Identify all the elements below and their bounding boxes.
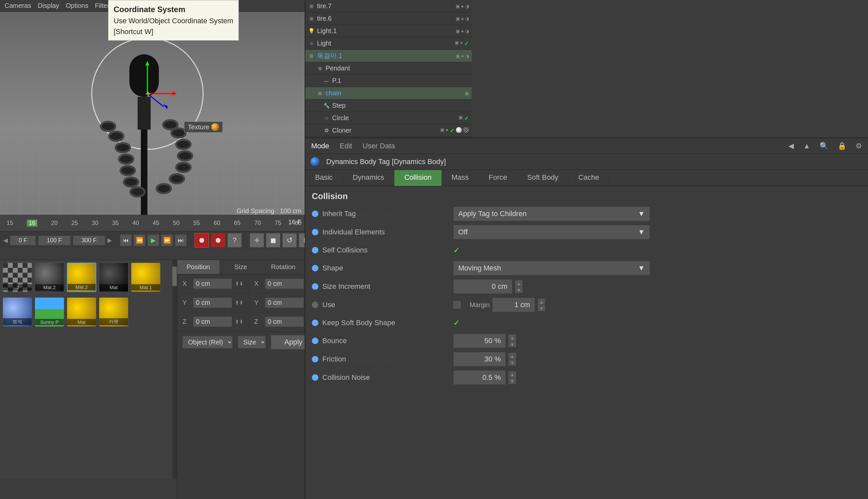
pos-x-spinner[interactable]: ⬆⬇ (235, 281, 243, 287)
search-btn[interactable]: 🔍 (817, 141, 831, 151)
tab-dynamics[interactable]: Dynamics (343, 170, 395, 186)
material-scrollbar[interactable] (172, 260, 177, 478)
tree-item-step[interactable]: 🔧 Step (305, 99, 472, 112)
pos-z-input[interactable] (193, 316, 232, 327)
self-collisions-check[interactable]: ✓ (453, 246, 460, 254)
material-label-8: 카펫 (99, 318, 128, 325)
tree-item-light[interactable]: ○ Light ▣ ● ✓ (305, 37, 472, 50)
key-btn[interactable]: ✛ (250, 233, 264, 247)
pos-header-size[interactable]: Size (220, 260, 262, 274)
display-menu[interactable]: Display (38, 2, 59, 10)
tooltip-line1: Use World/Object Coordinate System (114, 15, 233, 26)
record2-btn[interactable]: ⏺ (211, 233, 225, 247)
back-btn[interactable]: ◀ (786, 141, 797, 151)
cameras-menu[interactable]: Cameras (4, 2, 31, 10)
transport-bar: ◀ ▶ ⏮ ⏪ ▶ ⏩ ⏭ ⏺ ⏺ ? ✛ ◼ ↺ P ⠿ 🎞 (0, 231, 305, 249)
collision-noise-up[interactable]: ▲ (508, 371, 516, 378)
mode-btn[interactable]: Mode (309, 141, 332, 151)
fwd-btn[interactable]: ▲ (800, 141, 813, 151)
end-frame-input[interactable] (38, 235, 71, 246)
tab-soft-body[interactable]: Soft Body (517, 170, 568, 186)
material-selected[interactable]: Mat.2 (67, 263, 96, 292)
pos-z-spinner[interactable]: ⬆⬇ (235, 319, 243, 325)
friction-up[interactable]: ▲ (508, 353, 516, 359)
individual-elements-dropdown[interactable]: Off ▼ (453, 225, 650, 239)
step-back-btn[interactable]: ⏪ (134, 234, 145, 246)
coord-system-dropdown[interactable]: Object (Rel) (182, 336, 232, 349)
current-frame-input[interactable] (73, 235, 106, 246)
friction-down[interactable]: ▼ (508, 359, 516, 366)
pos-y-input[interactable] (193, 297, 232, 308)
use-checkbox[interactable] (453, 301, 460, 308)
material-gold[interactable]: Mat.1 (131, 263, 160, 292)
material-gold2[interactable]: Mat (67, 297, 96, 327)
refresh-btn[interactable]: ↺ (282, 233, 297, 247)
material-dark[interactable]: Mat.2 (35, 263, 64, 292)
margin-down[interactable]: ▼ (538, 305, 545, 312)
goto-start-btn[interactable]: ⏮ (120, 234, 132, 246)
size-increment-up[interactable]: ▲ (515, 280, 523, 287)
material-black[interactable]: Mat (99, 263, 129, 292)
bounce-input[interactable] (453, 334, 506, 348)
pos-header-rotation[interactable]: Rotation (262, 260, 305, 274)
options-menu[interactable]: Options (66, 2, 88, 10)
tree-item-tire7[interactable]: ⊞ tire.7 ▣ ● ◑ (305, 0, 472, 12)
size-increment-down[interactable]: ▼ (515, 287, 523, 293)
material-gem[interactable]: 보석 (3, 297, 32, 327)
step-fwd-btn[interactable]: ⏩ (161, 234, 173, 246)
collision-noise-down[interactable]: ▼ (508, 378, 516, 384)
goto-end-btn[interactable]: ⏭ (175, 234, 187, 246)
size-increment-input[interactable] (453, 279, 512, 294)
tab-collision[interactable]: Collision (394, 170, 442, 186)
pos-y-spinner[interactable]: ⬆⬇ (235, 300, 243, 306)
tree-name-p1: P.1 (332, 77, 469, 84)
filter-menu[interactable]: Filter (95, 2, 109, 10)
margin-up[interactable]: ▲ (538, 298, 545, 305)
inherit-tag-value: Apply Tag to Children ▼ (453, 207, 650, 221)
keep-soft-body-check[interactable]: ✓ (453, 318, 460, 327)
inherit-tag-dropdown[interactable]: Apply Tag to Children ▼ (453, 207, 650, 221)
question-btn[interactable]: ? (227, 233, 242, 247)
user-data-btn[interactable]: User Data (360, 141, 398, 151)
bounce-up[interactable]: ▲ (508, 334, 516, 341)
tree-item-cloner[interactable]: ⚙ Cloner ▣ ● ✓ (305, 124, 472, 137)
tab-cache[interactable]: Cache (569, 170, 610, 186)
collision-noise-input[interactable] (453, 370, 506, 385)
friction-input[interactable] (453, 352, 506, 366)
size-dropdown[interactable]: Size (238, 336, 266, 349)
tree-item-circle[interactable]: ○ Circle ▣ ✓ (305, 112, 472, 124)
tree-item-light1[interactable]: 💡 Light.1 ▣ ● ◑ (305, 25, 472, 37)
material-scrollbar-thumb[interactable] (172, 267, 177, 286)
settings-btn[interactable]: ⚙ (853, 141, 865, 151)
square-btn[interactable]: ◼ (266, 233, 280, 247)
material-landscape[interactable]: Sunny P (35, 297, 64, 327)
tree-item-chain[interactable]: ⊞ chain ▣ (305, 87, 472, 99)
material-checker[interactable]: .2 (3, 263, 32, 292)
size-x-input[interactable] (265, 278, 304, 289)
tree-item-tire6[interactable]: ⊞ tire.6 ▣ ● ◑ (305, 12, 472, 25)
bounce-down[interactable]: ▼ (508, 341, 516, 348)
tree-item-p1[interactable]: — P.1 (305, 75, 472, 87)
lock-btn[interactable]: 🔒 (835, 141, 849, 151)
material-carpet[interactable]: 카펫 (99, 297, 129, 327)
transport-arrow-right[interactable]: ▶ (107, 237, 112, 244)
play-btn[interactable]: ▶ (147, 234, 159, 246)
shape-dropdown[interactable]: Moving Mesh ▼ (453, 261, 650, 275)
tab-mass[interactable]: Mass (442, 170, 479, 186)
pos-header-position[interactable]: Position (177, 260, 220, 274)
viewport[interactable]: ✛ Texture Grid Spacing : 100 cm (0, 12, 305, 247)
edit-btn[interactable]: Edit (337, 141, 355, 151)
tree-item-pendant[interactable]: ⊞ Pendant (305, 62, 472, 75)
start-frame-input[interactable] (10, 235, 36, 246)
tree-actions-light1: ▣ ● ◑ (456, 28, 469, 34)
record-btn[interactable]: ⏺ (195, 233, 209, 247)
size-z-input[interactable] (265, 316, 304, 327)
tab-force[interactable]: Force (479, 170, 517, 186)
tree-item-necklace[interactable]: ⊞ 목걸이.1 ▣ ● ◑ (305, 50, 472, 62)
tab-basic[interactable]: Basic (305, 170, 343, 186)
margin-input[interactable] (492, 297, 535, 312)
pos-x-input[interactable] (193, 278, 232, 289)
size-y-input[interactable] (265, 297, 304, 308)
margin-spinner: ▲ ▼ (538, 298, 545, 312)
transport-arrow-left[interactable]: ◀ (3, 237, 8, 244)
